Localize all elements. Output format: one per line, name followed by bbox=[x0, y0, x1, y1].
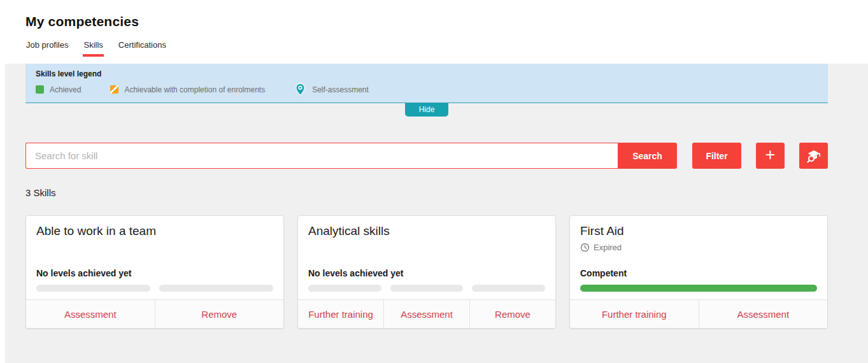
expired-label: Expired bbox=[594, 243, 622, 252]
progress-bar-achieved bbox=[580, 285, 817, 292]
find-skill-learning-button[interactable] bbox=[799, 143, 828, 169]
progress-bar-empty bbox=[159, 285, 273, 292]
progress-bar-empty bbox=[472, 285, 545, 292]
page-content: Skills level legend Achieved Achievable … bbox=[0, 64, 868, 363]
expired-status: Expired bbox=[580, 243, 817, 252]
clock-icon bbox=[580, 243, 590, 252]
legend-item-achieved: Achieved bbox=[36, 85, 81, 94]
progress-bar-empty bbox=[390, 285, 464, 292]
skill-title: First Aid bbox=[580, 224, 817, 238]
skill-level-status: No levels achieved yet bbox=[36, 268, 273, 278]
search-button[interactable]: Search bbox=[618, 143, 677, 169]
tab-job-profiles[interactable]: Job profiles bbox=[25, 40, 69, 57]
legend-label: Self-assessment bbox=[312, 85, 369, 94]
legend-item-achievable: Achievable with completion of enrolments bbox=[110, 85, 265, 94]
card-body: Analytical skills No levels achieved yet bbox=[298, 216, 555, 299]
card-actions: Further trainingAssessmentRemove bbox=[298, 299, 555, 328]
progress-bars bbox=[36, 285, 273, 292]
legend-hide-row: Hide bbox=[25, 103, 828, 116]
card-action-assessment[interactable]: Assessment bbox=[699, 300, 828, 328]
skills-grid: Able to work in a team No levels achieve… bbox=[25, 215, 828, 329]
skill-card: First Aid Expired Competent Further trai… bbox=[569, 215, 828, 329]
skill-level-status: No levels achieved yet bbox=[308, 268, 545, 278]
filter-button[interactable]: Filter bbox=[692, 143, 741, 169]
skills-level-legend: Skills level legend Achieved Achievable … bbox=[25, 64, 828, 103]
tab-certifications[interactable]: Certifications bbox=[118, 40, 167, 57]
page-title: My competencies bbox=[25, 14, 868, 29]
self-assessment-pin-icon bbox=[294, 83, 306, 96]
achieved-square-icon bbox=[36, 85, 44, 94]
search-group: Search bbox=[25, 143, 677, 169]
skill-level-status: Competent bbox=[580, 268, 817, 278]
legend-label: Achievable with completion of enrolments bbox=[124, 85, 265, 94]
skill-title: Able to work in a team bbox=[36, 224, 273, 238]
progress-bars bbox=[580, 285, 817, 292]
legend-label: Achieved bbox=[50, 85, 81, 94]
legend-item-self-assessment: Self-assessment bbox=[294, 83, 369, 96]
card-body: Able to work in a team No levels achieve… bbox=[26, 216, 283, 299]
tabs: Job profiles Skills Certifications bbox=[25, 40, 868, 57]
skills-count: 3 Skills bbox=[25, 187, 828, 198]
card-actions: Further trainingAssessment bbox=[570, 299, 827, 328]
progress-bar-empty bbox=[308, 285, 381, 292]
page-header: My competencies Job profiles Skills Cert… bbox=[0, 0, 868, 62]
add-skill-button[interactable]: + bbox=[756, 143, 785, 169]
plus-icon: + bbox=[765, 146, 776, 164]
card-action-remove[interactable]: Remove bbox=[155, 300, 284, 328]
card-spacer bbox=[580, 252, 817, 268]
card-spacer bbox=[36, 238, 273, 268]
skill-title: Analytical skills bbox=[308, 224, 545, 238]
skill-card: Able to work in a team No levels achieve… bbox=[25, 215, 284, 329]
hide-legend-button[interactable]: Hide bbox=[405, 103, 449, 117]
skill-card: Analytical skills No levels achieved yet… bbox=[297, 215, 556, 329]
legend-title: Skills level legend bbox=[36, 69, 818, 78]
legend-items: Achieved Achievable with completion of e… bbox=[36, 83, 818, 96]
card-action-assessment[interactable]: Assessment bbox=[26, 300, 155, 328]
search-toolbar: Search Filter + bbox=[25, 143, 828, 169]
card-action-further-training[interactable]: Further training bbox=[570, 300, 699, 328]
card-body: First Aid Expired Competent bbox=[570, 216, 827, 299]
graduation-cap-search-icon bbox=[806, 148, 822, 164]
search-input[interactable] bbox=[25, 143, 618, 169]
card-action-further-training[interactable]: Further training bbox=[298, 300, 383, 328]
tab-skills[interactable]: Skills bbox=[83, 40, 103, 57]
achievable-square-icon bbox=[110, 85, 118, 94]
card-spacer bbox=[308, 238, 545, 268]
progress-bar-empty bbox=[36, 285, 150, 292]
card-action-remove[interactable]: Remove bbox=[469, 300, 555, 328]
progress-bars bbox=[308, 285, 545, 292]
card-actions: AssessmentRemove bbox=[26, 299, 283, 328]
card-action-assessment[interactable]: Assessment bbox=[383, 300, 469, 328]
